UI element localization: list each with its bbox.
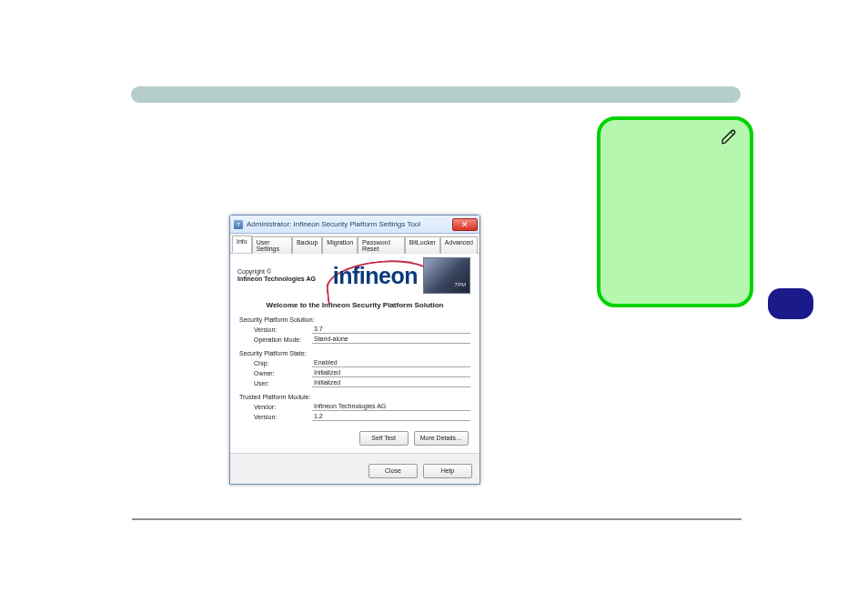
logo-wrap: infineon TPM [316, 257, 472, 294]
tab-backup[interactable]: Backup [292, 236, 322, 254]
logo-text: infineon [333, 263, 418, 289]
section-state: Security Platform State: Chip: Enabled O… [230, 350, 479, 392]
window-footer: Close Help [230, 458, 479, 484]
tab-bitlocker[interactable]: BitLocker [405, 236, 440, 254]
logo-row: Copyright © Infineon Technologies AG inf… [230, 254, 479, 299]
window-title: Administrator: Infineon Security Platfor… [247, 220, 452, 228]
value-tpm-version: 1.2 [312, 412, 470, 421]
row-user: User: Initialized [254, 378, 470, 387]
window-close-button[interactable]: ✕ [452, 218, 478, 231]
section-state-title: Security Platform State: [239, 350, 470, 356]
tab-password-reset[interactable]: Password Reset [358, 236, 405, 254]
page-tab [768, 288, 813, 319]
section-tpm-title: Trusted Platform Module: [239, 394, 470, 400]
label-chip: Chip: [254, 360, 312, 366]
tab-migration[interactable]: Migration [322, 236, 358, 254]
value-operation-mode: Stand-alone [312, 335, 470, 344]
tab-advanced[interactable]: Advanced [440, 236, 478, 254]
label-solution-version: Version: [254, 326, 312, 333]
test-button-row: Self Test More Details… [230, 426, 479, 447]
label-operation-mode: Operation Mode: [254, 336, 312, 343]
tab-info[interactable]: Info [232, 236, 252, 253]
copyright-line2: Infineon Technologies AG [237, 276, 316, 283]
self-test-button[interactable]: Self Test [359, 431, 409, 446]
value-vendor: Infineon Technologies AG [312, 402, 470, 411]
settings-window: T Administrator: Infineon Security Platf… [229, 215, 480, 485]
section-tpm: Trusted Platform Module: Vendor: Infineo… [230, 394, 479, 426]
chip-label: TPM [454, 282, 466, 287]
row-operation-mode: Operation Mode: Stand-alone [254, 335, 470, 344]
tpm-chip-image: TPM [423, 257, 470, 294]
value-solution-version: 3.7 [312, 325, 470, 334]
label-tpm-version: Version: [254, 414, 312, 420]
row-vendor: Vendor: Infineon Technologies AG [254, 402, 470, 411]
more-details-button[interactable]: More Details… [414, 431, 469, 446]
row-chip: Chip: Enabled [254, 358, 470, 367]
section-solution-title: Security Platform Solution: [239, 316, 470, 323]
section-solution: Security Platform Solution: Version: 3.7… [230, 316, 479, 348]
copyright: Copyright © Infineon Technologies AG [237, 268, 316, 282]
label-user: User: [254, 380, 312, 386]
row-tpm-version: Version: 1.2 [254, 412, 470, 421]
row-owner: Owner: Initialized [254, 368, 470, 377]
value-owner: Initialized [312, 368, 470, 377]
tab-strip: Info User Settings Backup Migration Pass… [230, 234, 479, 254]
label-owner: Owner: [254, 370, 312, 376]
pen-icon [721, 129, 737, 145]
row-solution-version: Version: 3.7 [254, 325, 470, 334]
value-user: Initialized [312, 378, 470, 387]
copyright-line1: Copyright © [237, 268, 316, 276]
footer-rule [132, 518, 742, 520]
label-vendor: Vendor: [254, 404, 312, 410]
tab-body: Copyright © Infineon Technologies AG inf… [230, 254, 479, 453]
tab-user-settings[interactable]: User Settings [252, 236, 292, 254]
titlebar: T Administrator: Infineon Security Platf… [230, 216, 479, 234]
note-callout [597, 116, 753, 307]
section-heading-bar [131, 86, 741, 103]
infineon-logo: infineon [333, 263, 418, 289]
value-chip: Enabled [312, 358, 470, 367]
app-icon: T [234, 220, 243, 229]
help-button[interactable]: Help [423, 464, 472, 478]
close-button[interactable]: Close [368, 464, 418, 478]
